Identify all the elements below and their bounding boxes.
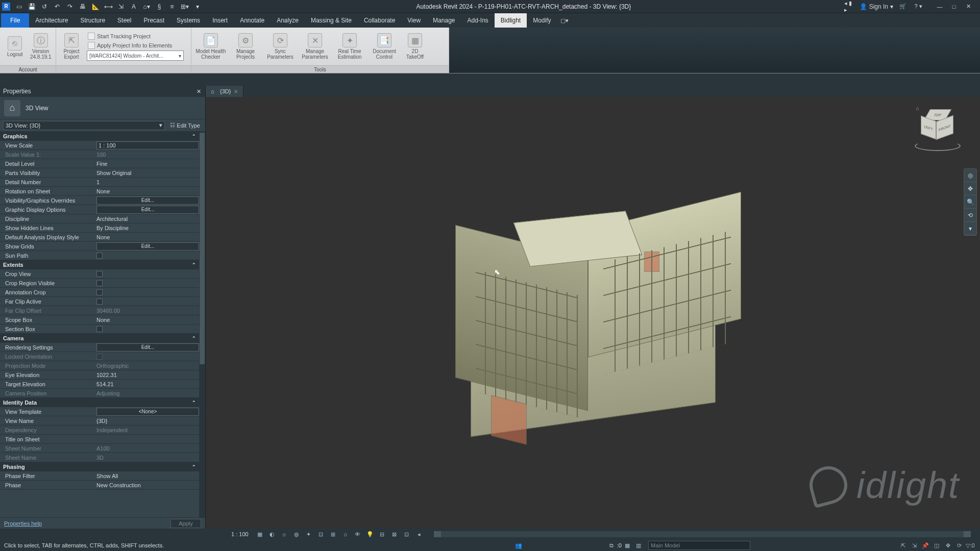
- crop-view-checkbox[interactable]: [96, 271, 103, 277]
- help-icon[interactable]: ? ▾: [913, 1, 924, 12]
- qat-undo-icon[interactable]: ↶: [52, 1, 63, 12]
- autodesk-app-icon[interactable]: 🛒: [897, 1, 909, 12]
- tab-systems[interactable]: Systems: [170, 13, 206, 28]
- cube-compass[interactable]: [915, 141, 961, 151]
- start-tracking-button[interactable]: Start Tracking Project: [87, 32, 187, 40]
- select-pinned-icon[interactable]: 📌: [920, 541, 930, 550]
- hidden-lines-value[interactable]: By Discipline: [94, 225, 199, 231]
- logout-button[interactable]: ⎋ Logout: [2, 29, 28, 64]
- maximize-button[interactable]: □: [947, 1, 961, 12]
- crop-view-icon[interactable]: ⊡: [316, 530, 326, 539]
- qat-switch-windows-icon[interactable]: ▾: [192, 1, 203, 12]
- qat-print-icon[interactable]: 🖶: [77, 1, 88, 12]
- shadows-icon[interactable]: ◍: [291, 530, 302, 539]
- worksharing-display-icon[interactable]: ⊠: [389, 530, 400, 539]
- full-nav-wheel-icon[interactable]: ◎: [964, 169, 976, 182]
- analytical-icon[interactable]: ⊟: [377, 530, 387, 539]
- qat-text-icon[interactable]: A: [128, 1, 139, 12]
- temp-hide-icon[interactable]: 👁: [353, 530, 363, 539]
- ribbon-end-trigger[interactable]: ▢▾: [557, 13, 572, 28]
- file-tab[interactable]: File: [1, 13, 29, 28]
- section-phasing[interactable]: Phasing⌃: [0, 462, 199, 471]
- view-template-button[interactable]: <None>: [96, 408, 199, 416]
- far-clip-checkbox[interactable]: [96, 298, 103, 305]
- instance-dropdown[interactable]: 3D View: {3D} ▾: [3, 121, 165, 130]
- qat-redo-icon[interactable]: ↷: [64, 1, 76, 12]
- search-icon[interactable]: ◂ ▮ ▸: [844, 1, 855, 12]
- hide-crop-icon[interactable]: ⊞: [328, 530, 338, 539]
- vg-overrides-button[interactable]: Edit...: [96, 196, 199, 205]
- annotation-crop-checkbox[interactable]: [96, 289, 103, 295]
- qat-aligned-dim-icon[interactable]: ⟷: [103, 1, 114, 12]
- visual-style-icon[interactable]: ◐: [267, 530, 277, 539]
- horizontal-scrollbar[interactable]: [434, 531, 971, 537]
- sync-parameters-button[interactable]: ⟳Sync Parameters: [263, 29, 298, 64]
- tab-annotate[interactable]: Annotate: [234, 13, 271, 28]
- model-health-checker-button[interactable]: 📄Model Health Checker: [193, 29, 228, 64]
- sign-in-button[interactable]: 👤 Sign In ▾: [860, 3, 893, 10]
- phase-filter-value[interactable]: Show All: [94, 473, 199, 479]
- 3d-canvas[interactable]: ⬉ ⌂ TOP LEFT FRONT ◎ ✥ 🔍 ⟲ ▾ idlight: [206, 97, 980, 529]
- eye-elevation-value[interactable]: 1022.31: [94, 372, 199, 378]
- reveal-hidden-icon[interactable]: 💡: [365, 530, 375, 539]
- view-name-value[interactable]: {3D}: [94, 418, 199, 424]
- detail-number-value[interactable]: 1: [94, 179, 199, 185]
- edit-type-button[interactable]: ☷ Edit Type: [168, 122, 202, 129]
- drag-elements-icon[interactable]: ✥: [943, 541, 953, 550]
- analysis-style-value[interactable]: None: [94, 234, 199, 240]
- detail-level-icon[interactable]: ▦: [255, 530, 265, 539]
- properties-help-link[interactable]: Properties help: [4, 520, 42, 527]
- rendering-dialog-icon[interactable]: ✦: [304, 530, 314, 539]
- qat-open-icon[interactable]: ▭: [13, 1, 24, 12]
- tab-massing-site[interactable]: Massing & Site: [305, 13, 358, 28]
- orbit-icon[interactable]: ⟲: [964, 209, 976, 222]
- scope-box-value[interactable]: None: [94, 317, 199, 323]
- select-face-icon[interactable]: ◫: [932, 541, 942, 550]
- rendering-settings-button[interactable]: Edit...: [96, 343, 199, 352]
- show-grids-button[interactable]: Edit...: [96, 242, 199, 251]
- view-tab-3d[interactable]: ⌂ {3D} ✕: [206, 86, 243, 97]
- tab-analyze[interactable]: Analyze: [271, 13, 305, 28]
- tab-bidlight[interactable]: Bidlight: [495, 13, 527, 28]
- section-graphics[interactable]: Graphics⌃: [0, 132, 199, 141]
- section-box-checkbox[interactable]: [96, 326, 103, 332]
- pan-icon[interactable]: ✥: [964, 182, 976, 195]
- press-drag-icon[interactable]: ▥: [633, 541, 644, 550]
- design-options-icon[interactable]: ⧉: [606, 541, 617, 550]
- target-elevation-value[interactable]: 514.21: [94, 381, 199, 387]
- worksets-icon[interactable]: 👥: [513, 541, 524, 550]
- crop-region-checkbox[interactable]: [96, 280, 103, 286]
- qat-save-icon[interactable]: 💾: [26, 1, 37, 12]
- manage-projects-button[interactable]: ⚙Manage Projects: [228, 29, 263, 64]
- section-identity[interactable]: Identity Data⌃: [0, 398, 199, 407]
- editable-only-icon[interactable]: ▦: [622, 541, 632, 550]
- real-time-estimation-button[interactable]: ✦Real Time Estimation: [332, 29, 367, 64]
- tab-architecture[interactable]: Architecture: [29, 13, 74, 28]
- close-tab-icon[interactable]: ✕: [234, 89, 238, 94]
- apply-button[interactable]: Apply: [170, 519, 201, 528]
- rotation-value[interactable]: None: [94, 188, 199, 194]
- qat-section-icon[interactable]: §: [154, 1, 165, 12]
- tab-add-ins[interactable]: Add-Ins: [461, 13, 494, 28]
- scroll-left-icon[interactable]: ◂: [414, 530, 424, 539]
- background-processing-icon[interactable]: ⟳: [954, 541, 964, 550]
- tab-manage[interactable]: Manage: [427, 13, 461, 28]
- qat-tag-icon[interactable]: ⇲: [115, 1, 127, 12]
- sun-path-icon[interactable]: ☼: [279, 530, 289, 539]
- apply-project-info-button[interactable]: Apply Project Info to Elements: [87, 41, 187, 49]
- manage-parameters-button[interactable]: ✕Manage Parameters: [298, 29, 332, 64]
- version-button[interactable]: ⓘ Version 24.8.19.1: [28, 29, 54, 64]
- unlock-3d-icon[interactable]: ⌂: [340, 530, 351, 539]
- tab-steel[interactable]: Steel: [111, 13, 137, 28]
- filter-icon[interactable]: ▽:0: [965, 541, 975, 550]
- main-model-dropdown[interactable]: Main Model: [648, 541, 750, 550]
- zoom-icon[interactable]: 🔍: [964, 195, 976, 209]
- minimize-button[interactable]: —: [933, 1, 946, 12]
- nav-more-icon[interactable]: ▾: [964, 222, 976, 235]
- select-underlay-icon[interactable]: ⇲: [909, 541, 919, 550]
- parts-visibility-value[interactable]: Show Original: [94, 170, 199, 176]
- qat-close-inactive-icon[interactable]: ⊞▾: [179, 1, 190, 12]
- view-cube[interactable]: ⌂ TOP LEFT FRONT: [910, 104, 966, 155]
- qat-measure-icon[interactable]: 📐: [90, 1, 101, 12]
- view-scale-input[interactable]: [96, 141, 199, 149]
